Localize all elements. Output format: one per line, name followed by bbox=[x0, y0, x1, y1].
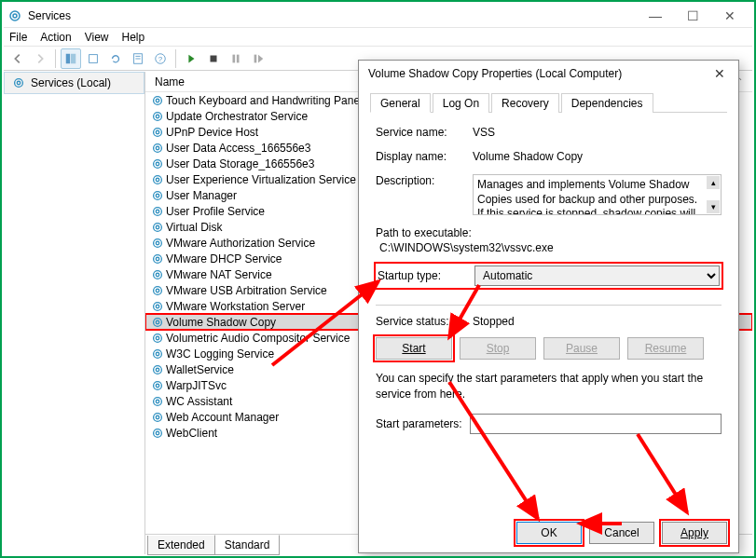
svg-point-16 bbox=[154, 96, 162, 104]
tab-recovery[interactable]: Recovery bbox=[491, 93, 559, 113]
service-status-value: Stopped bbox=[473, 315, 515, 328]
close-button[interactable]: ✕ bbox=[711, 5, 749, 27]
list-item-label: WarpJITSvc bbox=[166, 379, 227, 392]
svg-point-30 bbox=[154, 207, 162, 215]
start-parameters-input[interactable] bbox=[470, 414, 722, 434]
svg-point-23 bbox=[156, 146, 159, 150]
export-button[interactable] bbox=[83, 48, 103, 69]
svg-point-28 bbox=[154, 191, 162, 199]
help-button[interactable]: ? bbox=[150, 48, 171, 69]
service-status-label: Service status: bbox=[376, 315, 473, 328]
svg-point-38 bbox=[154, 270, 162, 279]
apply-button[interactable]: Apply bbox=[662, 522, 727, 544]
tab-general[interactable]: General bbox=[370, 93, 431, 113]
svg-point-48 bbox=[154, 349, 162, 358]
description-box[interactable]: Manages and implements Volume Shadow Cop… bbox=[473, 174, 722, 215]
menu-view[interactable]: View bbox=[85, 31, 109, 44]
ok-button[interactable]: OK bbox=[516, 522, 582, 544]
svg-point-20 bbox=[154, 128, 162, 136]
list-item-label: Volumetric Audio Compositor Service bbox=[166, 332, 350, 345]
maximize-button[interactable]: ☐ bbox=[674, 5, 711, 27]
svg-point-43 bbox=[156, 305, 159, 308]
restart-button[interactable] bbox=[248, 48, 268, 69]
list-item-label: User Experience Virtualization Service bbox=[166, 173, 356, 186]
svg-point-32 bbox=[154, 223, 162, 231]
divider bbox=[376, 305, 722, 306]
tab-dependencies[interactable]: Dependencies bbox=[561, 93, 653, 113]
menu-action[interactable]: Action bbox=[40, 31, 71, 44]
left-panel-item-services-local[interactable]: Services (Local) bbox=[4, 72, 144, 94]
gear-icon bbox=[151, 157, 164, 170]
path-label: Path to executable: bbox=[376, 226, 722, 239]
stop-button[interactable] bbox=[203, 48, 224, 69]
list-item-label: WebClient bbox=[166, 427, 217, 440]
svg-point-45 bbox=[156, 320, 159, 324]
list-item-label: Update Orchestrator Service bbox=[166, 110, 308, 123]
gear-icon bbox=[151, 316, 164, 329]
svg-point-25 bbox=[156, 162, 159, 166]
play-button[interactable] bbox=[181, 48, 201, 69]
svg-point-26 bbox=[154, 175, 162, 184]
service-name-label: Service name: bbox=[376, 126, 473, 139]
left-panel: Services (Local) bbox=[4, 72, 145, 554]
startup-type-select[interactable]: Automatic bbox=[474, 265, 720, 286]
refresh-button[interactable] bbox=[105, 48, 126, 69]
svg-point-42 bbox=[154, 302, 162, 310]
tab-standard[interactable]: Standard bbox=[214, 535, 281, 555]
list-item-label: WalletService bbox=[166, 363, 234, 376]
list-item-label: VMware NAT Service bbox=[166, 268, 272, 281]
gear-icon bbox=[151, 189, 164, 202]
forward-button[interactable] bbox=[30, 48, 50, 69]
stop-button-dlg: Stop bbox=[460, 337, 536, 360]
list-item-label: User Data Access_166556e3 bbox=[166, 142, 310, 155]
cancel-button[interactable]: Cancel bbox=[589, 522, 654, 544]
service-name-value: VSS bbox=[473, 126, 722, 139]
gear-icon bbox=[151, 221, 164, 234]
svg-text:?: ? bbox=[158, 54, 163, 62]
show-hide-tree-button[interactable] bbox=[61, 48, 81, 69]
startup-type-label: Startup type: bbox=[378, 269, 474, 282]
titlebar: Services — ☐ ✕ bbox=[4, 4, 752, 28]
tab-logon[interactable]: Log On bbox=[433, 93, 489, 113]
gear-icon bbox=[151, 363, 164, 376]
svg-point-49 bbox=[156, 352, 159, 356]
svg-point-46 bbox=[154, 333, 162, 342]
list-item-label: VMware USB Arbitration Service bbox=[166, 284, 327, 297]
start-button[interactable]: Start bbox=[376, 337, 452, 360]
svg-point-50 bbox=[154, 365, 162, 374]
gear-icon bbox=[151, 94, 164, 107]
svg-point-31 bbox=[156, 210, 159, 213]
dialog-close-button[interactable]: ✕ bbox=[710, 66, 729, 81]
svg-rect-2 bbox=[66, 53, 70, 63]
svg-point-34 bbox=[154, 238, 162, 247]
menu-help[interactable]: Help bbox=[122, 31, 145, 44]
minimize-button[interactable]: — bbox=[637, 5, 674, 27]
svg-rect-11 bbox=[233, 54, 236, 62]
gear-icon bbox=[151, 427, 164, 440]
scroll-up-icon[interactable]: ▴ bbox=[707, 176, 720, 189]
list-item-label: WC Assistant bbox=[166, 395, 232, 408]
help-text: You can specify the start parameters tha… bbox=[376, 371, 722, 402]
services-icon bbox=[7, 8, 22, 23]
svg-point-37 bbox=[156, 257, 159, 261]
svg-point-15 bbox=[17, 81, 21, 85]
svg-point-35 bbox=[156, 241, 159, 245]
gear-icon bbox=[151, 142, 164, 155]
pause-button-dlg: Pause bbox=[543, 337, 620, 360]
description-text: Manages and implements Volume Shadow Cop… bbox=[477, 178, 697, 215]
scroll-down-icon[interactable]: ▾ bbox=[707, 200, 720, 213]
properties-button[interactable] bbox=[128, 48, 148, 69]
pause-button[interactable] bbox=[226, 48, 246, 69]
list-item-label: W3C Logging Service bbox=[166, 347, 274, 361]
list-item-label: User Data Storage_166556e3 bbox=[166, 157, 314, 170]
left-panel-item-label: Services (Local) bbox=[31, 76, 111, 89]
svg-point-53 bbox=[156, 384, 159, 388]
gear-icon bbox=[151, 332, 164, 345]
list-item-label: VMware Workstation Server bbox=[166, 300, 305, 313]
svg-point-17 bbox=[156, 99, 159, 102]
back-button[interactable] bbox=[7, 48, 28, 69]
menu-file[interactable]: File bbox=[9, 31, 27, 44]
list-item-label: User Manager bbox=[166, 189, 237, 202]
window-title: Services bbox=[28, 9, 637, 22]
tab-extended[interactable]: Extended bbox=[147, 536, 215, 555]
